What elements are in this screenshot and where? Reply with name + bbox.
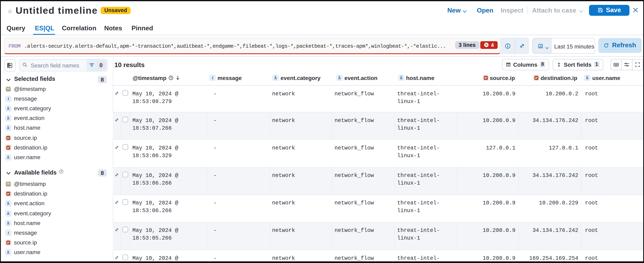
svg-text:k: k	[7, 249, 9, 255]
svg-text:k: k	[400, 75, 403, 80]
svg-text:k: k	[7, 220, 9, 226]
svg-text:k: k	[7, 106, 9, 111]
svg-text:k: k	[274, 75, 277, 80]
svg-text:IP: IP	[7, 137, 10, 140]
svg-text:IP: IP	[7, 241, 10, 244]
svg-text:?: ?	[60, 170, 62, 173]
svg-text:k: k	[7, 125, 9, 130]
svg-text:k: k	[7, 201, 9, 206]
svg-text:k: k	[586, 75, 589, 80]
svg-text:k: k	[7, 154, 9, 160]
svg-text:IP: IP	[484, 76, 487, 80]
svg-text:IP: IP	[7, 146, 10, 149]
svg-text:t: t	[212, 75, 214, 80]
svg-text:IP: IP	[535, 76, 538, 80]
svg-text:k: k	[7, 115, 9, 121]
svg-text:k: k	[7, 211, 9, 216]
svg-text:k: k	[338, 75, 341, 80]
svg-text:IP: IP	[7, 192, 10, 195]
